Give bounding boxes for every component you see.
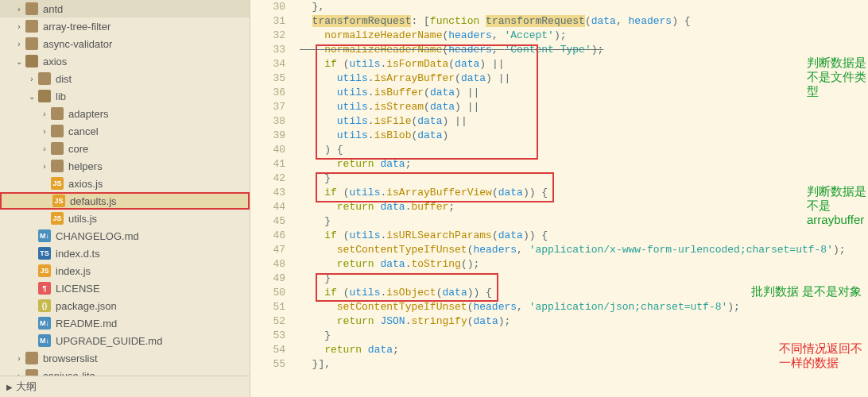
line-number: 50 — [250, 286, 285, 300]
line-number: 54 — [250, 343, 285, 357]
item-label: index.d.ts — [56, 248, 100, 260]
line-number-gutter: 3031323334353637383940414243444546474849… — [250, 0, 300, 397]
code-line[interactable]: if (utils.isArrayBufferView(data)) { — [300, 186, 868, 200]
line-number: 31 — [250, 14, 285, 29]
item-label: axios — [43, 56, 67, 67]
file-icon: ¶ — [38, 282, 51, 295]
line-number: 42 — [250, 172, 285, 186]
line-number: 36 — [250, 86, 285, 100]
file-icon: M↓ — [38, 334, 51, 347]
code-line[interactable]: normalizeHeaderName(headers, 'Content-Ty… — [300, 43, 868, 57]
code-line[interactable]: utils.isStream(data) || — [300, 100, 868, 114]
file-item-UPGRADE_GUIDE.md[interactable]: M↓UPGRADE_GUIDE.md — [0, 332, 250, 349]
line-number: 45 — [250, 214, 285, 229]
code-area[interactable]: }, transformRequest: [function transform… — [300, 0, 868, 397]
folder-item-browserslist[interactable]: ›browserslist — [0, 349, 250, 367]
line-number: 41 — [250, 157, 285, 172]
code-line[interactable]: if (utils.isURLSearchParams(data)) { — [300, 229, 868, 243]
file-icon: M↓ — [38, 317, 51, 330]
folder-icon — [25, 20, 38, 33]
code-line[interactable]: setContentTypeIfUnset(headers, 'applicat… — [300, 300, 868, 314]
item-label: antd — [43, 3, 63, 15]
folder-icon — [25, 2, 38, 15]
chevron-right-icon: › — [38, 162, 51, 171]
line-number: 55 — [250, 357, 285, 372]
line-number: 34 — [250, 57, 285, 71]
file-icon: JS — [52, 195, 65, 207]
folder-item-core[interactable]: ›core — [0, 140, 250, 157]
file-icon: JS — [51, 212, 64, 225]
folder-item-caniuse-lite[interactable]: ›caniuse-lite — [0, 367, 250, 376]
folder-item-lib[interactable]: ⌄lib — [0, 87, 250, 105]
item-label: async-validator — [43, 38, 112, 50]
file-explorer-sidebar: ›antd›array-tree-filter›async-validator⌄… — [0, 0, 250, 397]
item-label: utils.js — [68, 213, 97, 225]
line-number: 35 — [250, 71, 285, 86]
file-item-utils.js[interactable]: JSutils.js — [0, 210, 250, 227]
file-item-package.json[interactable]: {}package.json — [0, 297, 250, 314]
code-line[interactable]: ) { — [300, 143, 868, 157]
file-item-defaults.js[interactable]: JSdefaults.js — [0, 192, 250, 210]
code-line[interactable]: return JSON.stringify(data); — [300, 314, 868, 329]
code-line[interactable]: return data.toString(); — [300, 257, 868, 272]
line-number: 38 — [250, 114, 285, 129]
item-label: lib — [56, 91, 66, 102]
chevron-right-icon: › — [13, 354, 25, 363]
outline-panel-header[interactable]: ▶ 大纲 — [0, 376, 250, 397]
file-item-README.md[interactable]: M↓README.md — [0, 314, 250, 332]
folder-item-array-tree-filter[interactable]: ›array-tree-filter — [0, 17, 250, 35]
code-line[interactable]: } — [300, 214, 868, 229]
code-line[interactable]: return data; — [300, 343, 868, 357]
file-item-axios.js[interactable]: JSaxios.js — [0, 175, 250, 192]
line-number: 37 — [250, 100, 285, 114]
item-label: cancel — [68, 125, 99, 137]
item-label: LICENSE — [56, 283, 100, 295]
item-label: package.json — [56, 300, 117, 312]
line-number: 44 — [250, 200, 285, 214]
folder-item-axios[interactable]: ⌄axios — [0, 52, 250, 70]
chevron-right-icon: › — [25, 75, 38, 83]
folder-item-adapters[interactable]: ›adapters — [0, 105, 250, 122]
chevron-right-icon: ▶ — [6, 383, 13, 391]
file-item-index.d.ts[interactable]: TSindex.d.ts — [0, 245, 250, 262]
folder-icon — [38, 90, 51, 102]
folder-item-helpers[interactable]: ›helpers — [0, 157, 250, 175]
code-line[interactable]: setContentTypeIfUnset(headers, 'applicat… — [300, 243, 868, 257]
item-label: array-tree-filter — [43, 21, 110, 33]
code-line[interactable]: }, — [300, 0, 868, 14]
folder-item-cancel[interactable]: ›cancel — [0, 122, 250, 140]
code-line[interactable]: utils.isFile(data) || — [300, 114, 868, 129]
line-number: 48 — [250, 257, 285, 272]
chevron-right-icon: › — [38, 127, 51, 136]
folder-item-async-validator[interactable]: ›async-validator — [0, 35, 250, 52]
code-editor[interactable]: 3031323334353637383940414243444546474849… — [250, 0, 868, 397]
chevron-right-icon: › — [13, 22, 25, 31]
file-item-CHANGELOG.md[interactable]: M↓CHANGELOG.md — [0, 227, 250, 245]
line-number: 32 — [250, 29, 285, 43]
code-line[interactable]: return data; — [300, 157, 868, 172]
code-line[interactable]: }], — [300, 357, 868, 372]
file-tree: ›antd›array-tree-filter›async-validator⌄… — [0, 0, 250, 376]
code-line[interactable]: if (utils.isFormData(data) || — [300, 57, 868, 71]
code-line[interactable]: } — [300, 272, 868, 286]
code-line[interactable]: return data.buffer; — [300, 200, 868, 214]
line-number: 53 — [250, 329, 285, 343]
chevron-right-icon: › — [13, 40, 25, 48]
file-item-index.js[interactable]: JSindex.js — [0, 262, 250, 279]
folder-item-dist[interactable]: ›dist — [0, 70, 250, 87]
code-line[interactable]: utils.isArrayBuffer(data) || — [300, 71, 868, 86]
folder-icon — [51, 107, 64, 120]
code-line[interactable]: } — [300, 329, 868, 343]
code-line[interactable]: utils.isBuffer(data) || — [300, 86, 868, 100]
file-item-LICENSE[interactable]: ¶LICENSE — [0, 279, 250, 297]
folder-item-antd[interactable]: ›antd — [0, 0, 250, 17]
code-line[interactable]: if (utils.isObject(data)) { — [300, 286, 868, 300]
code-line[interactable]: normalizeHeaderName(headers, 'Accept'); — [300, 29, 868, 43]
file-icon: M↓ — [38, 229, 51, 242]
code-line[interactable]: } — [300, 172, 868, 186]
code-line[interactable]: utils.isBlob(data) — [300, 129, 868, 143]
code-line[interactable]: transformRequest: [function transformReq… — [300, 14, 868, 29]
folder-icon — [25, 369, 38, 376]
item-label: core — [68, 143, 88, 155]
file-icon: {} — [38, 299, 51, 312]
